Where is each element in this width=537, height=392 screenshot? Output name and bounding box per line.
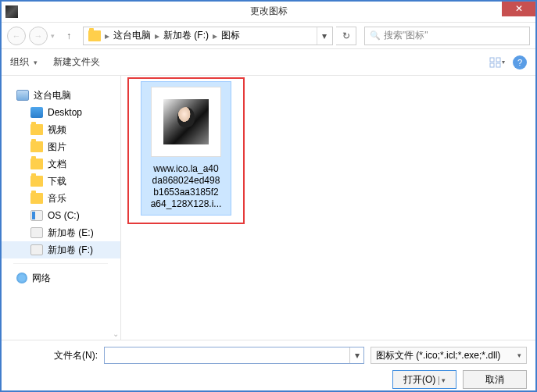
tree-downloads[interactable]: 下载 xyxy=(1,173,120,190)
breadcrumb-folder[interactable]: 图标 xyxy=(218,29,243,42)
folder-icon xyxy=(88,30,101,41)
body-area: 这台电脑 Desktop 视频 图片 文档 下载 音乐 OS (C:) 新加卷 … xyxy=(1,76,536,340)
tree-vol-e[interactable]: 新加卷 (E:) xyxy=(1,224,120,241)
drive-icon xyxy=(30,244,43,255)
tree-desktop[interactable]: Desktop xyxy=(1,104,120,121)
tree-label: 下载 xyxy=(48,175,66,188)
tree-label: 图片 xyxy=(48,141,66,154)
close-button[interactable]: ✕ xyxy=(502,1,536,16)
back-button[interactable]: ← xyxy=(7,27,26,45)
tree-label: Desktop xyxy=(48,107,82,118)
file-list[interactable]: www.ico.la_a40 da868024ed498 b1653aa3185… xyxy=(121,76,536,340)
new-folder-button[interactable]: 新建文件夹 xyxy=(53,55,100,69)
address-row: ← → ▾ ↑ ▸ 这台电脑 ▸ 新加卷 (F:) ▸ 图标 ▾ ↻ 搜索"图标… xyxy=(1,23,536,49)
breadcrumb-drive[interactable]: 新加卷 (F:) xyxy=(160,29,212,42)
filename-dropdown-icon[interactable]: ▾ xyxy=(349,347,363,363)
tree-label: 新加卷 (F:) xyxy=(48,244,93,257)
tree-video[interactable]: 视频 xyxy=(1,121,120,138)
nav-scroll-hint: ⌄ xyxy=(113,330,119,338)
tree-documents[interactable]: 文档 xyxy=(1,155,120,173)
file-name: www.ico.la_a40 da868024ed498 b1653aa3185… xyxy=(141,160,231,215)
open-split-icon: │▾ xyxy=(437,376,446,384)
tree-this-pc[interactable]: 这台电脑 xyxy=(1,87,120,104)
app-icon xyxy=(5,5,18,18)
breadcrumb-sep: ▸ xyxy=(212,30,218,41)
tree-label: 网络 xyxy=(32,272,51,285)
nav-tree[interactable]: 这台电脑 Desktop 视频 图片 文档 下载 音乐 OS (C:) 新加卷 … xyxy=(1,76,121,340)
filename-input[interactable]: ▾ xyxy=(104,347,364,364)
svg-rect-1 xyxy=(496,58,500,62)
tree-label: 音乐 xyxy=(48,192,66,205)
organize-dropdown-icon: ▾ xyxy=(34,59,38,66)
tree-os-c[interactable]: OS (C:) xyxy=(1,207,120,224)
file-thumbnail xyxy=(151,87,221,157)
up-button[interactable]: ↑ xyxy=(61,28,77,44)
folder-icon xyxy=(30,193,43,204)
view-mode-button[interactable]: ▾ xyxy=(486,54,508,71)
tree-label: 这台电脑 xyxy=(34,89,71,102)
tree-label: 文档 xyxy=(48,158,66,171)
desktop-icon xyxy=(30,107,43,118)
open-button[interactable]: 打开(O)│▾ xyxy=(392,370,456,389)
file-item[interactable]: www.ico.la_a40 da868024ed498 b1653aa3185… xyxy=(141,82,231,215)
footer: 文件名(N): ▾ 图标文件 (*.ico;*.icl;*.exe;*.dll)… xyxy=(1,340,536,392)
tree-network[interactable]: 网络 xyxy=(1,269,120,287)
search-input[interactable]: 搜索"图标" xyxy=(364,27,530,45)
cancel-button[interactable]: 取消 xyxy=(463,370,527,389)
help-button[interactable]: ? xyxy=(513,55,527,69)
title-bar: 更改图标 ✕ xyxy=(1,1,536,23)
svg-rect-2 xyxy=(490,63,494,67)
search-placeholder: 搜索"图标" xyxy=(384,29,428,42)
drive-icon xyxy=(30,210,43,221)
organize-menu[interactable]: 组织 xyxy=(10,55,29,69)
network-icon xyxy=(16,273,27,283)
pc-icon xyxy=(16,90,29,101)
filename-label: 文件名(N): xyxy=(10,349,98,362)
tree-vol-f[interactable]: 新加卷 (F:) xyxy=(1,241,120,258)
folder-icon xyxy=(30,141,43,152)
svg-rect-3 xyxy=(496,63,500,67)
tree-label: 新加卷 (E:) xyxy=(48,226,94,240)
tree-label: OS (C:) xyxy=(48,210,80,221)
address-bar[interactable]: ▸ 这台电脑 ▸ 新加卷 (F:) ▸ 图标 ▾ xyxy=(83,27,333,45)
folder-icon xyxy=(30,176,43,187)
history-dropdown[interactable]: ▾ xyxy=(51,32,55,40)
tree-pictures[interactable]: 图片 xyxy=(1,138,120,155)
refresh-button[interactable]: ↻ xyxy=(336,27,356,45)
tree-label: 视频 xyxy=(48,123,66,137)
filter-text: 图标文件 (*.ico;*.icl;*.exe;*.dll) xyxy=(376,349,500,362)
folder-icon xyxy=(30,159,43,169)
breadcrumb-pc[interactable]: 这台电脑 xyxy=(110,29,154,42)
toolbar: 组织 ▾ 新建文件夹 ▾ ? xyxy=(1,49,536,76)
chevron-down-icon: ▾ xyxy=(517,351,521,359)
drive-icon xyxy=(30,227,43,238)
tree-divider xyxy=(13,263,108,269)
breadcrumb-sep: ▸ xyxy=(154,30,160,41)
window-title: 更改图标 xyxy=(250,5,288,18)
tree-music[interactable]: 音乐 xyxy=(1,190,120,207)
address-dropdown[interactable]: ▾ xyxy=(317,27,331,45)
forward-button[interactable]: → xyxy=(29,27,48,45)
file-type-filter[interactable]: 图标文件 (*.ico;*.icl;*.exe;*.dll) ▾ xyxy=(371,347,527,364)
svg-rect-0 xyxy=(490,58,494,62)
folder-icon xyxy=(30,124,43,135)
breadcrumb-sep: ▸ xyxy=(104,30,110,41)
